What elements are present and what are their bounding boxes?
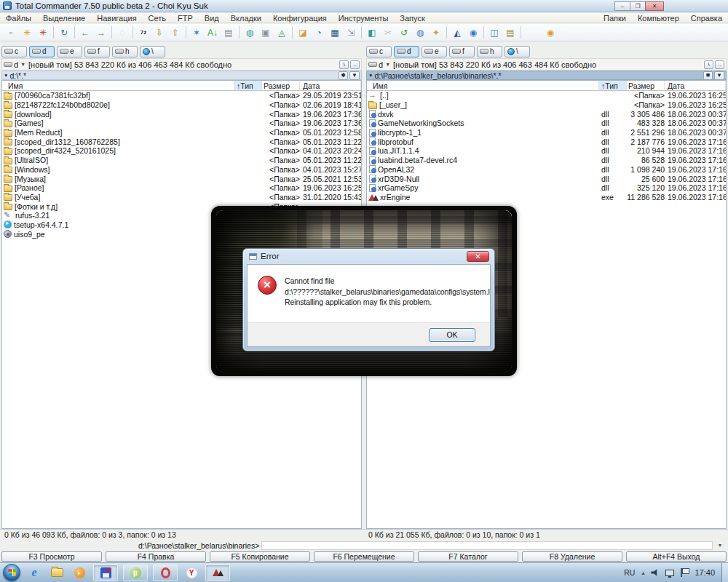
taskbar-clock[interactable]: 17:40 <box>695 568 715 577</box>
drive-f-button[interactable]: f <box>84 46 110 57</box>
root-dir-button[interactable]: \ <box>339 60 349 69</box>
column-header-size[interactable]: Размер <box>627 81 665 90</box>
file-row[interactable]: [Mem Reduct]<Папка>05.01.2023 12:58 <box>2 128 361 137</box>
file-row[interactable]: xrEngineexe11 286 52819.06.2023 17:16 <box>367 193 726 202</box>
f6-move-button[interactable]: F6 Перемещение <box>314 551 414 562</box>
small-window-icon[interactable]: ▫ <box>3 25 19 40</box>
drive-d-button[interactable]: d <box>29 46 55 57</box>
parent-dir-button[interactable]: .. <box>715 60 724 69</box>
drive-letter[interactable]: d <box>14 60 18 69</box>
file-row[interactable]: [scoped_dir4324_520161025]<Папка>04.01.2… <box>2 146 361 156</box>
file-row[interactable]: [700960ca7381fc32bf]<Папка>29.05.2019 23… <box>2 91 361 100</box>
column-header-size[interactable]: Размер <box>262 81 300 90</box>
menu-show[interactable]: Вид <box>199 14 225 23</box>
ftp-connect-icon[interactable]: ◍ <box>412 25 428 40</box>
drive-h-button[interactable]: h <box>112 46 138 57</box>
total-commander-taskbar-button[interactable] <box>93 565 118 581</box>
menu-computer[interactable]: Компьютер <box>632 14 685 23</box>
tools-icon[interactable]: ✦ <box>428 25 444 40</box>
network-drive-button[interactable]: \ <box>505 46 530 57</box>
sort-name-icon[interactable]: A↓ <box>205 25 221 40</box>
history-button[interactable]: ▼ <box>349 71 360 80</box>
windows-explorer-button[interactable] <box>48 564 66 581</box>
options-icon[interactable]: ✳ <box>35 25 51 40</box>
file-row[interactable]: GameNetworkingSocketsdll483 32818.06.202… <box>367 119 726 128</box>
drive-c-button[interactable]: c <box>366 46 392 57</box>
image-viewer-icon[interactable]: ◫ <box>486 25 502 40</box>
appearance-icon[interactable]: ✳ <box>19 25 35 40</box>
file-row[interactable]: [download]<Папка>19.06.2023 17:36 <box>2 109 361 119</box>
close-button[interactable]: ✕ <box>645 1 664 11</box>
drive-c-button[interactable]: c <box>1 46 27 57</box>
file-row[interactable]: dxvkdll3 305 48618.06.2023 00:37 <box>367 109 726 119</box>
file-row[interactable]: libcrypto-1_1dll2 551 29618.06.2023 00:3… <box>367 128 726 137</box>
internet-explorer-button[interactable]: e <box>25 564 43 581</box>
language-indicator[interactable]: RU <box>624 568 635 577</box>
menu-start[interactable]: Запуск <box>394 14 430 23</box>
drive-e-button[interactable]: e <box>422 46 447 57</box>
drive-f-button[interactable]: f <box>449 46 475 57</box>
stalker-game-button[interactable] <box>205 565 230 581</box>
column-header-type[interactable]: ↑Тип <box>234 81 262 90</box>
branch-view-icon[interactable]: ◬ <box>274 25 290 40</box>
multi-rename-icon[interactable]: ▦ <box>327 25 343 40</box>
copy-names-icon[interactable]: ▣ <box>258 25 274 40</box>
network-status-icon[interactable] <box>665 570 674 576</box>
refresh-icon[interactable]: ↻ <box>56 25 72 40</box>
file-row[interactable]: luabind.beta7-devel.rc4dll86 52819.06.20… <box>367 156 726 165</box>
drive-e-button[interactable]: e <box>57 46 82 57</box>
ok-button[interactable]: OK <box>429 328 475 342</box>
favorites-button[interactable]: ✱ <box>339 71 348 80</box>
network-drive-button[interactable]: \ <box>140 46 165 57</box>
menu-files[interactable]: Файлы <box>0 14 37 23</box>
file-row[interactable]: [Windows]<Папка>04.01.2023 15:27 <box>2 165 361 175</box>
command-input[interactable] <box>261 541 713 550</box>
action-center-flag-icon[interactable] <box>681 568 688 577</box>
menu-folders[interactable]: Папки <box>598 14 632 23</box>
path-dropdown-icon[interactable]: ▼ <box>368 73 373 78</box>
menu-ftp[interactable]: FTP <box>172 14 199 23</box>
media-player-button[interactable]: ▸ <box>71 564 88 581</box>
volume-icon[interactable] <box>651 569 659 576</box>
drive-letter[interactable]: d <box>379 60 383 69</box>
encode-file-icon[interactable]: ◪ <box>295 25 311 40</box>
history-button[interactable]: ▼ <box>714 71 724 80</box>
start-button[interactable] <box>3 564 20 581</box>
f5-copy-button[interactable]: F5 Копирование <box>210 551 310 562</box>
drive-d-button[interactable]: d <box>394 46 419 57</box>
file-row[interactable]: [UltraISO]<Папка>05.01.2023 11:22 <box>2 156 361 165</box>
column-header-date[interactable]: Дата <box>665 81 726 90</box>
file-row[interactable]: [82148722fc124b0bd8020e]<Папка>02.06.201… <box>2 100 361 110</box>
file-row[interactable]: [_user_]<Папка>19.06.2023 16:25 <box>367 100 726 110</box>
search-files-icon[interactable]: ◉ <box>465 25 481 40</box>
chevron-down-icon[interactable]: ▼ <box>20 62 25 67</box>
maximize-button[interactable]: ❐ <box>630 1 646 11</box>
file-row[interactable]: [Разное]<Папка>19.06.2023 16:25 <box>2 183 361 193</box>
pack-icon[interactable]: ⇩ <box>151 25 167 40</box>
root-dir-button[interactable]: \ <box>704 60 713 69</box>
menu-net[interactable]: Сеть <box>143 14 172 23</box>
opera-button[interactable] <box>153 565 178 581</box>
cd-burn-icon[interactable]: ◉ <box>542 25 558 40</box>
column-header-date[interactable]: Дата <box>300 81 361 90</box>
file-row[interactable]: [Games]<Папка>19.06.2023 17:36 <box>2 119 361 128</box>
column-header-name[interactable]: Имя <box>2 81 234 90</box>
sfx-archive-icon[interactable]: 7z <box>135 25 151 40</box>
lister-icon[interactable]: ◔ <box>311 25 327 40</box>
drive-h-button[interactable]: h <box>477 46 502 57</box>
chevron-down-icon[interactable]: ▼ <box>385 62 390 67</box>
column-header-type[interactable]: ↑Тип <box>599 81 627 90</box>
left-path-bar[interactable]: ▼ d:\*.* ✱ ▼ <box>1 71 362 80</box>
altf4-exit-button[interactable]: Alt+F4 Выход <box>626 551 727 562</box>
search-icon[interactable]: ◌ <box>114 25 130 40</box>
path-dropdown-icon[interactable]: ▼ <box>4 73 8 78</box>
utorrent-button[interactable]: µ <box>123 565 148 581</box>
synchronize-dirs-icon[interactable]: ↺ <box>396 25 412 40</box>
file-row[interactable]: OpenAL32dll1 098 24019.06.2023 17:16 <box>367 165 726 175</box>
network-neighborhood-icon[interactable]: ◍ <box>242 25 258 40</box>
column-header-name[interactable]: Имя <box>367 81 599 90</box>
menu-navigation[interactable]: Навигация <box>91 14 142 23</box>
test-archive-icon[interactable]: ✶ <box>189 25 205 40</box>
f8-delete-button[interactable]: F8 Удаление <box>522 551 622 562</box>
cut-icon[interactable]: ✂ <box>380 25 396 40</box>
